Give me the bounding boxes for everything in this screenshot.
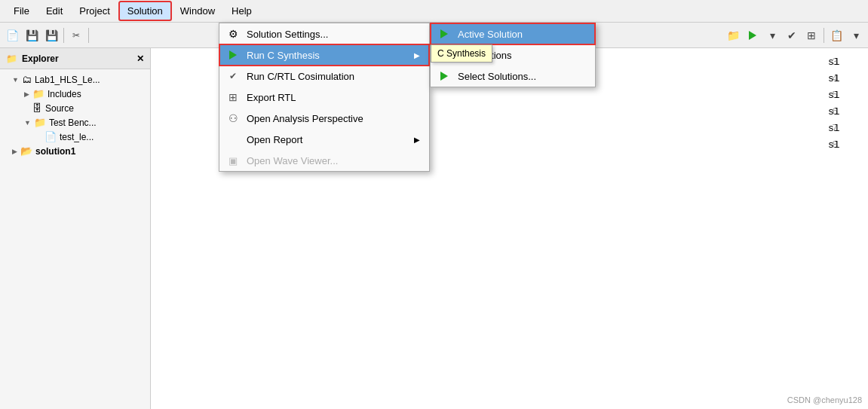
explorer-header: 📁 Explorer ✕ bbox=[0, 48, 150, 69]
gear-icon bbox=[225, 28, 241, 40]
toolbar-run[interactable] bbox=[744, 26, 762, 44]
menu-help[interactable]: Help bbox=[224, 2, 259, 20]
watermark: CSDN @chenyu128 bbox=[787, 395, 862, 404]
menu-bar: File Edit Project Solution Window Help bbox=[0, 0, 868, 23]
tree-item-includes[interactable]: ▶ 📁 Includes bbox=[0, 87, 150, 101]
grid-icon bbox=[225, 91, 241, 103]
check-icon bbox=[225, 71, 241, 81]
chevron-solution1: ▶ bbox=[12, 148, 17, 155]
active-solution-label: Active Solution bbox=[458, 29, 586, 40]
toolbar-save[interactable]: 💾 bbox=[23, 26, 41, 44]
open-analysis-label: Open Analysis Perspective bbox=[247, 113, 420, 124]
menu-run-c-synthesis[interactable]: Run C Synthesis ▶ bbox=[219, 44, 429, 66]
menu-open-analysis[interactable]: Open Analysis Perspective bbox=[219, 108, 429, 129]
menu-cosim[interactable]: Run C/RTL Cosimulation bbox=[219, 66, 429, 87]
explorer-title: Explorer bbox=[22, 53, 59, 64]
play-icon-all bbox=[437, 50, 452, 60]
synthesis-arrow: ▶ bbox=[414, 51, 420, 60]
label-includes: Includes bbox=[48, 89, 81, 99]
report-arrow: ▶ bbox=[414, 136, 420, 144]
code-line-8: sl bbox=[828, 137, 862, 154]
icon-source: 🗄 bbox=[32, 102, 42, 114]
toolbar-save2[interactable]: 💾 bbox=[42, 26, 60, 44]
menu-open-wave: ▣ Open Wave Viewer... bbox=[219, 150, 429, 171]
label-source: Source bbox=[45, 103, 74, 114]
menu-solution-settings[interactable]: Solution Settings... bbox=[219, 23, 429, 44]
explorer-panel: 📁 Explorer ✕ ▼ 🗂 Lab1_HLS_Le... ▶ 📁 Incl… bbox=[0, 48, 151, 409]
toolbar-doc[interactable]: 📋 bbox=[827, 26, 845, 44]
menu-window[interactable]: Window bbox=[173, 2, 222, 20]
toolbar-cut[interactable]: ✂ bbox=[67, 26, 85, 44]
synthesis-submenu: Active Solution All Solutions C Synthesi… bbox=[430, 23, 596, 87]
toolbar-sep2 bbox=[88, 28, 89, 43]
wave-icon: ▣ bbox=[225, 155, 241, 166]
content-area: 📁 Explorer ✕ ▼ 🗂 Lab1_HLS_Le... ▶ 📁 Incl… bbox=[0, 48, 868, 409]
solution-settings-label: Solution Settings... bbox=[247, 29, 420, 40]
explorer-tree: ▼ 🗂 Lab1_HLS_Le... ▶ 📁 Includes ▶ 🗄 Sour… bbox=[0, 69, 150, 409]
chevron-testbench: ▼ bbox=[24, 119, 31, 127]
open-wave-label: Open Wave Viewer... bbox=[247, 155, 420, 166]
play-icon-synthesis bbox=[225, 50, 241, 60]
label-lab1: Lab1_HLS_Le... bbox=[35, 75, 100, 85]
label-testfile: test_le... bbox=[60, 132, 94, 142]
explorer-close[interactable]: ✕ bbox=[136, 53, 144, 64]
icon-testbench: 📁 bbox=[34, 117, 46, 128]
editor-code: sl sl sl sl sl sl bbox=[828, 48, 862, 154]
code-line-3: sl bbox=[828, 54, 862, 71]
tree-item-source[interactable]: ▶ 🗄 Source bbox=[0, 101, 150, 115]
tree-item-lab1[interactable]: ▼ 🗂 Lab1_HLS_Le... bbox=[0, 72, 150, 87]
tree-item-testbench[interactable]: ▼ 📁 Test Benc... bbox=[0, 115, 150, 130]
play-icon-active bbox=[437, 29, 452, 38]
menu-solution[interactable]: Solution bbox=[119, 2, 171, 20]
tree-item-solution1[interactable]: ▶ 📂 solution1 bbox=[0, 144, 150, 158]
menu-export-rtl[interactable]: Export RTL bbox=[219, 87, 429, 108]
cosim-label: Run C/RTL Cosimulation bbox=[247, 71, 420, 82]
icon-lab1: 🗂 bbox=[22, 74, 32, 85]
icon-solution1: 📂 bbox=[20, 145, 32, 157]
code-line-4: sl bbox=[828, 71, 862, 87]
run-c-synthesis-label: Run C Synthesis bbox=[247, 50, 408, 61]
all-solutions-label: All Solutions bbox=[458, 50, 586, 61]
menu-project[interactable]: Project bbox=[72, 2, 117, 20]
folder-icon: 📁 bbox=[6, 53, 17, 64]
submenu-all-solutions[interactable]: All Solutions bbox=[431, 44, 595, 66]
toolbar-check[interactable]: ✔ bbox=[783, 26, 801, 44]
select-solutions-label: Select Solutions... bbox=[458, 71, 586, 82]
toolbar-new[interactable]: 📄 bbox=[3, 26, 21, 44]
menu-open-report[interactable]: Open Report ▶ bbox=[219, 129, 429, 150]
ide-window: File Edit Project Solution Window Help 📄… bbox=[0, 0, 868, 409]
chevron-lab1: ▼ bbox=[12, 76, 19, 84]
icon-includes: 📁 bbox=[32, 88, 44, 99]
analysis-icon bbox=[225, 112, 241, 124]
code-line-7: sl bbox=[828, 121, 862, 137]
code-line-6: sl bbox=[828, 104, 862, 121]
open-report-label: Open Report bbox=[247, 134, 408, 145]
submenu-active-solution[interactable]: Active Solution bbox=[431, 23, 595, 44]
submenu-select-solutions[interactable]: Select Solutions... bbox=[431, 66, 595, 87]
toolbar-sep1 bbox=[63, 28, 64, 43]
toolbar-run-dropdown[interactable]: ▾ bbox=[763, 26, 781, 44]
toolbar-grid[interactable]: ⊞ bbox=[802, 26, 820, 44]
toolbar-more[interactable]: ▾ bbox=[847, 26, 865, 44]
play-icon-select bbox=[437, 72, 452, 81]
toolbar-folder[interactable]: 📁 bbox=[724, 26, 742, 44]
menu-edit[interactable]: Edit bbox=[38, 2, 70, 20]
export-rtl-label: Export RTL bbox=[247, 92, 420, 103]
icon-testfile: 📄 bbox=[44, 131, 57, 142]
chevron-includes: ▶ bbox=[24, 90, 29, 98]
toolbar-sep3 bbox=[824, 28, 824, 43]
code-line-5: sl bbox=[828, 87, 862, 104]
solution-dropdown-menu: Solution Settings... Run C Synthesis ▶ R… bbox=[219, 23, 430, 172]
tree-item-testfile[interactable]: ▶ 📄 test_le... bbox=[0, 130, 150, 144]
menu-file[interactable]: File bbox=[6, 2, 37, 20]
label-solution1: solution1 bbox=[35, 146, 75, 157]
label-testbench: Test Benc... bbox=[49, 118, 97, 128]
